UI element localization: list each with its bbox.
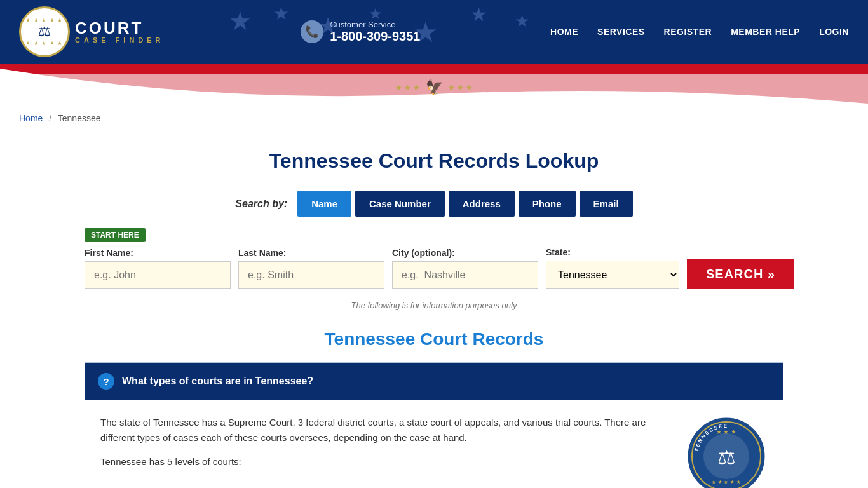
last-name-label: Last Name: <box>238 248 384 258</box>
state-group: State: Tennessee Alabama Alaska Arizona … <box>546 247 679 289</box>
breadcrumb-current: Tennessee <box>58 113 101 123</box>
start-here-badge: START HERE <box>85 228 146 242</box>
breadcrumb: Home / Tennessee <box>0 107 868 130</box>
logo-stars: ★ ★ ★ ★ ★ <box>25 17 63 24</box>
eagle-stars-left: ★ ★ ★ <box>395 83 421 92</box>
tennessee-seal: TENNESSEE ★ ★ ★ ⚖ ★ ★ ★ ★ ★ <box>685 415 768 488</box>
logo-scales-icon: ⚖ <box>25 24 63 40</box>
breadcrumb-separator: / <box>49 113 51 123</box>
cs-phone: 1-800-309-9351 <box>330 29 420 44</box>
wave-container: ★ ★ ★ 🦅 ★ ★ ★ <box>0 69 868 107</box>
logo-court-text: COURT <box>75 20 165 36</box>
accordion-text: The state of Tennessee has a Supreme Cou… <box>100 415 670 478</box>
logo-case-finder-text: CASE FINDER <box>75 36 165 44</box>
state-label: State: <box>546 247 679 257</box>
city-group: City (optional): <box>392 248 538 289</box>
nav-member-help[interactable]: MEMBER HELP <box>731 27 800 37</box>
court-records-title: Tennessee Court Records <box>85 329 783 349</box>
accordion: ? What types of courts are in Tennessee?… <box>85 362 783 488</box>
logo-circle: ★ ★ ★ ★ ★ ⚖ ★ ★ ★ ★ ★ <box>19 6 70 57</box>
breadcrumb-home[interactable]: Home <box>19 113 43 123</box>
main-nav: HOME SERVICES REGISTER MEMBER HELP LOGIN <box>550 27 849 37</box>
svg-text:★ ★ ★: ★ ★ ★ <box>716 428 737 435</box>
nav-login[interactable]: LOGIN <box>819 27 849 37</box>
tab-email[interactable]: Email <box>580 191 633 217</box>
eagle-stars-right: ★ ★ ★ <box>448 83 473 92</box>
red-bar <box>0 64 868 69</box>
search-form-section: START HERE First Name: Last Name: City (… <box>85 228 783 488</box>
eagle-icon: 🦅 <box>426 79 443 96</box>
svg-text:★ ★ ★ ★ ★: ★ ★ ★ ★ ★ <box>712 480 742 484</box>
first-name-label: First Name: <box>85 248 231 258</box>
tab-address[interactable]: Address <box>449 191 515 217</box>
page-title: Tennessee Court Records Lookup <box>25 149 843 173</box>
logo-text: COURT CASE FINDER <box>69 20 171 44</box>
first-name-input[interactable] <box>85 261 231 289</box>
last-name-input[interactable] <box>238 261 384 289</box>
svg-text:⚖: ⚖ <box>717 446 736 469</box>
search-by-label: Search by: <box>235 198 287 210</box>
logo-stars-bottom: ★ ★ ★ ★ ★ <box>25 40 63 46</box>
state-select[interactable]: Tennessee Alabama Alaska Arizona Arkansa… <box>546 261 679 289</box>
search-button[interactable]: SEARCH » <box>687 259 794 289</box>
site-header: ★ ★ ★ ★ ★ ★ ★ ★ ★ ★ ★ ★ ⚖ ★ ★ ★ ★ ★ COUR… <box>0 0 868 64</box>
accordion-body: The state of Tennessee has a Supreme Cou… <box>85 400 783 488</box>
accordion-header[interactable]: ? What types of courts are in Tennessee? <box>85 363 783 400</box>
nav-services[interactable]: SERVICES <box>597 27 645 37</box>
last-name-group: Last Name: <box>238 248 384 289</box>
accordion-title: What types of courts are in Tennessee? <box>122 376 313 387</box>
city-label: City (optional): <box>392 248 538 258</box>
accordion-question-icon: ? <box>98 373 114 390</box>
form-row: First Name: Last Name: City (optional): … <box>85 247 783 289</box>
accordion-para-1: The state of Tennessee has a Supreme Cou… <box>100 415 670 445</box>
tab-name[interactable]: Name <box>297 191 351 217</box>
main-content: Tennessee Court Records Lookup Search by… <box>0 130 868 488</box>
tab-case-number[interactable]: Case Number <box>355 191 445 217</box>
tab-phone[interactable]: Phone <box>519 191 576 217</box>
city-input[interactable] <box>392 261 538 289</box>
nav-register[interactable]: REGISTER <box>664 27 712 37</box>
nav-home[interactable]: HOME <box>550 27 578 37</box>
search-by-row: Search by: Name Case Number Address Phon… <box>25 191 843 217</box>
site-logo[interactable]: ★ ★ ★ ★ ★ ⚖ ★ ★ ★ ★ ★ COURT CASE FINDER <box>19 6 171 57</box>
accordion-para-2: Tennessee has 5 levels of courts: <box>100 454 670 470</box>
eagle-center: ★ ★ ★ 🦅 ★ ★ ★ <box>395 79 473 96</box>
info-note: The following is for information purpose… <box>85 301 783 310</box>
first-name-group: First Name: <box>85 248 231 289</box>
